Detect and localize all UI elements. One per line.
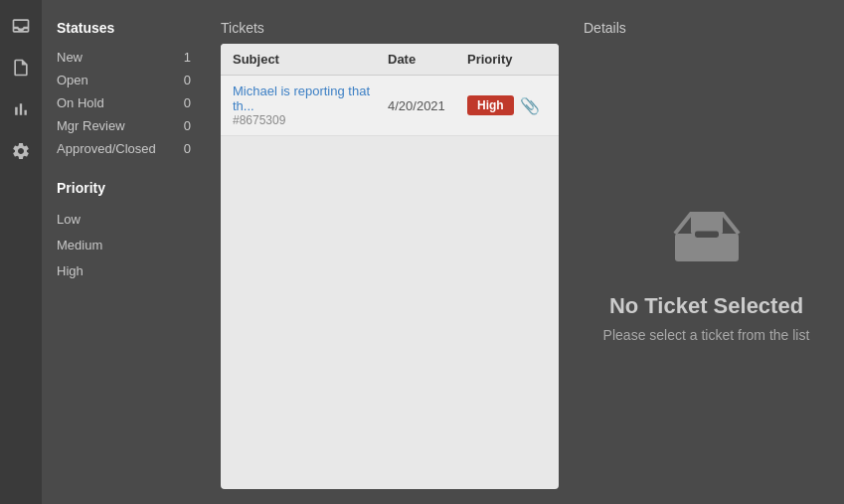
chart-nav-icon[interactable] — [5, 93, 37, 125]
ticket-priority-col: High 📎 — [467, 95, 547, 115]
ticket-subject-text: Michael is reporting that th... — [233, 84, 388, 113]
sidebar-item-on-hold[interactable]: On Hold 0 — [57, 91, 191, 114]
sidebar: Statuses New 1 Open 0 On Hold 0 Mgr Revi… — [42, 0, 206, 504]
svg-rect-1 — [691, 214, 723, 234]
no-ticket-title: No Ticket Selected — [609, 293, 803, 319]
sidebar-item-open[interactable]: Open 0 — [57, 69, 191, 91]
content-row: Tickets Subject Date Priority Michael is… — [221, 20, 829, 489]
col-subject-header: Subject — [233, 52, 388, 67]
svg-rect-0 — [675, 234, 739, 261]
settings-nav-icon[interactable] — [5, 135, 37, 167]
ticket-id: #8675309 — [233, 113, 388, 127]
sidebar-priority-high[interactable]: High — [57, 257, 191, 283]
priority-title: Priority — [57, 180, 191, 196]
sidebar-item-mgr-review[interactable]: Mgr Review 0 — [57, 114, 191, 137]
table-header: Subject Date Priority — [221, 44, 559, 76]
details-panel: Details No Ticket Selected Please select… — [559, 20, 829, 489]
col-priority-header: Priority — [467, 52, 547, 67]
ticket-subject-col: Michael is reporting that th... #8675309 — [233, 84, 388, 127]
tickets-table: Subject Date Priority Michael is reporti… — [221, 44, 559, 489]
tickets-panel-title: Tickets — [221, 20, 559, 36]
tickets-panel: Tickets Subject Date Priority Michael is… — [221, 20, 559, 489]
details-empty: No Ticket Selected Please select a ticke… — [584, 44, 829, 489]
sidebar-priority-low[interactable]: Low — [57, 206, 191, 232]
sidebar-priority-medium[interactable]: Medium — [57, 232, 191, 257]
sidebar-item-approved-closed[interactable]: Approved/Closed 0 — [57, 137, 191, 160]
inbox-nav-icon[interactable] — [5, 10, 37, 42]
icon-bar — [0, 0, 42, 504]
svg-rect-2 — [695, 232, 719, 238]
details-panel-title: Details — [584, 20, 829, 36]
no-ticket-inbox-icon — [667, 190, 747, 269]
priority-badge: High — [467, 95, 514, 115]
ticket-date: 4/20/2021 — [388, 98, 467, 113]
table-row[interactable]: Michael is reporting that th... #8675309… — [221, 76, 559, 136]
col-date-header: Date — [388, 52, 467, 67]
sidebar-item-new[interactable]: New 1 — [57, 46, 191, 69]
main-content: Tickets Subject Date Priority Michael is… — [206, 0, 844, 504]
statuses-title: Statuses — [57, 20, 191, 36]
document-nav-icon[interactable] — [5, 52, 37, 84]
attachment-icon: 📎 — [520, 96, 540, 115]
no-ticket-subtitle: Please select a ticket from the list — [603, 327, 810, 343]
inbox-icon-container — [667, 190, 747, 273]
